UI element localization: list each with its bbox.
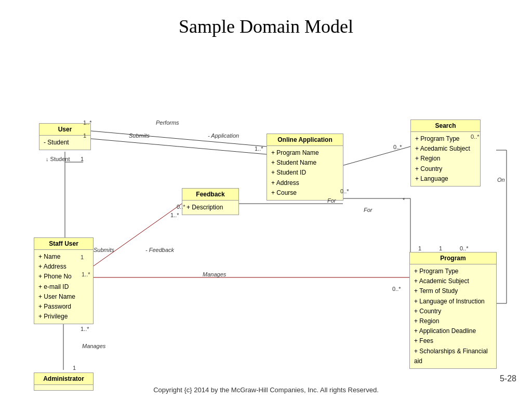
mult-1-program-left: 1 (418, 245, 421, 251)
online-application-body: + Program Name+ Student Name+ Student ID… (267, 146, 343, 200)
feedback-header: Feedback (182, 189, 238, 201)
mult-0star-manages: 0..* (392, 286, 401, 292)
feedback-body: + Description (182, 201, 238, 215)
mult-star-search-program: * (403, 197, 405, 203)
mult-0star-search: 0..* (393, 144, 402, 150)
program-box: Program + Program Type+ Academic Subject… (409, 252, 497, 369)
feedback-rel-label: - Feedback (145, 247, 174, 253)
online-application-box: Online Application + Program Name+ Stude… (267, 134, 343, 201)
staffuser-header: Staff User (34, 238, 93, 250)
administrator-header: Administrator (34, 373, 93, 385)
search-header: Search (411, 120, 480, 132)
submits-label: Submits (129, 132, 150, 139)
mult-1-program-search: 1 (439, 245, 442, 251)
online-application-header: Online Application (267, 134, 343, 146)
staffuser-body: + Name+ Address+ Phone No+ e-mail ID+ Us… (34, 250, 93, 324)
page-title: Sample Domain Model (0, 0, 532, 43)
feedback-box: Feedback + Description (182, 188, 239, 215)
page-number: 5-28 (500, 374, 516, 383)
search-body: + Program Type+ Acedamic Subject+ Region… (411, 132, 480, 186)
mult-0star-search-right: 0..* (471, 134, 480, 140)
mult-0star-feedback: 0..* (177, 204, 185, 210)
submits-feedback-label: Submits (94, 247, 114, 253)
mult-1star-app: 1..* (255, 145, 263, 152)
mult-1-student: 1 (81, 156, 84, 162)
program-header: Program (410, 252, 496, 264)
diagram: User - Student Staff User + Name+ Addres… (0, 43, 532, 385)
manages1-label: Manages (203, 271, 226, 277)
performs-label: Performs (156, 119, 179, 126)
svg-line-1 (91, 139, 267, 154)
mult-1star-admin: 1..* (81, 326, 89, 332)
application-label: - Application (208, 132, 239, 139)
svg-line-4 (94, 204, 182, 266)
mult-1star-manages: 1..* (82, 271, 90, 277)
footer-text: Copyright {c} 2014 by the McGraw-Hill Co… (0, 386, 532, 394)
on-label: On (497, 177, 505, 183)
mult-1star-user-performs: 1..* (83, 119, 92, 126)
program-body: + Program Type+ Academic Subject+ Term o… (410, 264, 496, 368)
mult-1star-feedback-staff: 1..* (170, 212, 179, 218)
manages2-label: Manages (82, 343, 105, 349)
svg-line-0 (91, 131, 267, 147)
search-box: Search + Program Type+ Acedamic Subject+… (410, 119, 481, 187)
mult-student: ↓ Student (46, 156, 70, 162)
mult-0star-for1: 0..* (340, 188, 349, 194)
mult-1-submits: 1 (83, 132, 86, 139)
mult-1-submits-feedback: 1 (81, 254, 84, 260)
for1-label: For (327, 197, 336, 204)
staffuser-box: Staff User + Name+ Address+ Phone No+ e-… (34, 237, 94, 324)
mult-1-admin: 1 (73, 365, 76, 371)
mult-0star-program-right: 0..* (460, 245, 469, 251)
for2-label: For (364, 207, 373, 213)
